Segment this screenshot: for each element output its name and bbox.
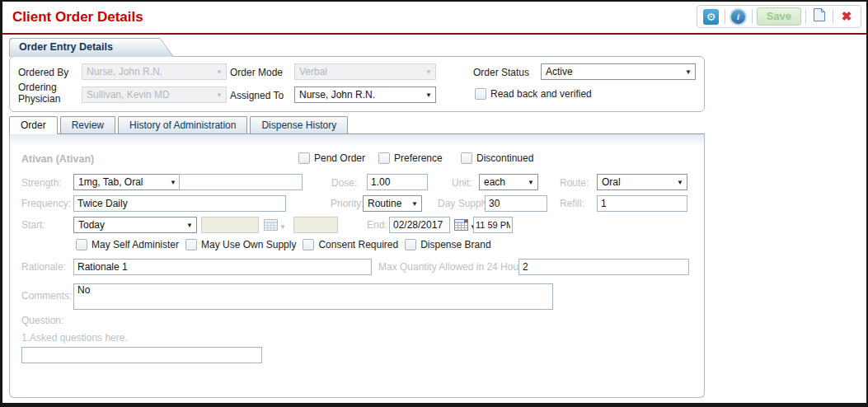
order-options-checkbox-row: May Self Administer May Use Own Supply C…	[76, 239, 491, 250]
page-title: Client Order Details	[12, 9, 143, 26]
day-supply-label: Day Supply:	[438, 198, 491, 209]
calendar-icon	[454, 219, 468, 234]
consent-required-checkbox[interactable]	[303, 239, 314, 250]
toolbar-divider	[725, 9, 725, 24]
order-mode-select: Verbal▼	[294, 63, 436, 80]
route-label: Route:	[560, 177, 589, 189]
chevron-down-icon: ▼	[425, 68, 432, 76]
new-document-button[interactable]	[810, 7, 828, 26]
pend-order-checkbox[interactable]	[298, 152, 310, 164]
read-back-checkbox-row: Read back and verified	[475, 88, 592, 100]
chevron-down-icon: ▼	[411, 200, 418, 208]
close-button[interactable]: ✖	[838, 7, 856, 26]
rationale-label: Rationale:	[21, 261, 66, 273]
rationale-input[interactable]	[73, 259, 372, 275]
dose-label: Dose:	[331, 177, 357, 189]
may-use-own-supply-checkbox[interactable]	[185, 239, 197, 250]
window-toolbar: ⚙ i Save ✖	[697, 5, 861, 28]
end-date-input[interactable]	[389, 217, 450, 233]
start-calendar-button: ▼	[264, 219, 286, 234]
read-back-checkbox[interactable]	[475, 88, 486, 100]
ordered-by-select: Nurse, John R.N.▼	[82, 63, 227, 80]
order-status-select[interactable]: Active▼	[541, 63, 696, 80]
document-icon	[813, 7, 826, 26]
unit-label: Unit:	[452, 177, 472, 189]
refill-input[interactable]	[597, 195, 687, 212]
preference-label: Preference	[394, 152, 443, 164]
start-label: Start:	[21, 219, 45, 231]
chevron-down-icon: ▼	[170, 179, 176, 186]
day-supply-input[interactable]	[485, 195, 547, 212]
dose-input[interactable]	[367, 174, 428, 190]
chevron-down-icon: ▼	[528, 179, 534, 186]
priority-select[interactable]: Routine▼	[363, 195, 422, 212]
tab-order[interactable]: Order	[9, 116, 58, 134]
settings-button[interactable]: ⚙	[702, 7, 720, 26]
strength-extra-input[interactable]	[179, 174, 303, 190]
start-time-input	[293, 217, 338, 233]
question-item-text: 1.Asked questions here.	[21, 332, 128, 344]
comments-label: Comments:	[21, 290, 72, 302]
toolbar-divider	[833, 9, 833, 24]
start-date-input	[201, 217, 259, 233]
chevron-down-icon: ▼	[425, 91, 432, 99]
route-select[interactable]: Oral▼	[597, 174, 687, 190]
chevron-down-icon: ▼	[677, 179, 683, 186]
frequency-input[interactable]	[73, 195, 286, 212]
priority-label: Priority:	[331, 198, 364, 209]
client-order-details-window: Client Order Details ⚙ i Save	[0, 0, 868, 407]
start-select[interactable]: Today▼	[73, 217, 197, 233]
dispense-brand-label: Dispense Brand	[420, 239, 490, 250]
toolbar-divider	[805, 9, 806, 24]
order-entry-details-section-tab: Order Entry Details	[9, 38, 174, 57]
comments-textarea[interactable]: No	[73, 283, 553, 310]
preference-checkbox[interactable]	[378, 152, 390, 164]
max-quantity-input[interactable]	[518, 259, 689, 275]
question-answer-input[interactable]	[21, 347, 262, 363]
strength-label: Strength:	[21, 177, 62, 189]
read-back-label: Read back and verified	[490, 88, 592, 100]
unit-select[interactable]: each▼	[479, 174, 538, 190]
may-self-administer-checkbox[interactable]	[76, 239, 87, 250]
may-use-own-supply-label: May Use Own Supply	[201, 239, 296, 250]
consent-required-row: Consent Required	[303, 239, 398, 250]
pend-order-checkbox-row: Pend Order	[298, 152, 365, 164]
end-label: End:	[367, 219, 387, 231]
assigned-to-label: Assigned To	[230, 90, 284, 101]
may-use-own-supply-row: May Use Own Supply	[185, 239, 296, 250]
preference-checkbox-row: Preference	[378, 152, 443, 164]
frequency-label: Frequency:	[21, 198, 71, 209]
dispense-brand-checkbox[interactable]	[405, 239, 416, 250]
ordering-physician-select: Sullivan, Kevin MD▼	[82, 87, 227, 103]
consent-required-label: Consent Required	[318, 239, 398, 250]
discontinued-label: Discontinued	[476, 152, 533, 164]
max-quantity-label: Max Quantity Allowed in 24 Hours:	[378, 261, 529, 273]
chevron-down-icon: ▼	[186, 222, 193, 229]
pend-order-label: Pend Order	[314, 152, 365, 164]
order-tabs: Order Review History of Administration D…	[9, 116, 705, 134]
refill-label: Refill:	[560, 198, 584, 209]
order-entry-details-panel: Ordered By Nurse, John R.N.▼ Order Mode …	[9, 56, 705, 112]
save-button[interactable]: Save	[757, 7, 801, 26]
question-label: Question:	[21, 315, 63, 326]
assigned-to-select[interactable]: Nurse, John R.N.▼	[294, 87, 436, 103]
tab-history-of-administration[interactable]: History of Administration	[118, 116, 247, 133]
tab-dispense-history[interactable]: Dispense History	[250, 116, 348, 133]
chevron-down-icon: ▼	[685, 68, 692, 76]
chevron-down-icon: ▼	[216, 68, 223, 76]
discontinued-checkbox[interactable]	[461, 152, 472, 164]
strength-select[interactable]: 1mg, Tab, Oral▼	[73, 174, 181, 190]
ordering-physician-label: Ordering Physician	[18, 82, 69, 105]
end-time-input[interactable]	[473, 217, 513, 233]
chevron-down-icon: ▼	[279, 223, 286, 231]
order-form-panel: Ativan (Ativan) Pend Order Preference Di…	[9, 133, 705, 398]
info-button[interactable]: i	[730, 7, 748, 26]
title-bar: Client Order Details ⚙ i Save	[2, 2, 866, 35]
ordered-by-label: Ordered By	[18, 67, 68, 78]
calendar-icon	[264, 219, 278, 234]
tab-review[interactable]: Review	[60, 116, 115, 133]
discontinued-checkbox-row: Discontinued	[461, 152, 533, 164]
dispense-brand-row: Dispense Brand	[405, 239, 490, 250]
order-mode-label: Order Mode	[230, 67, 283, 78]
close-icon: ✖	[842, 9, 852, 24]
